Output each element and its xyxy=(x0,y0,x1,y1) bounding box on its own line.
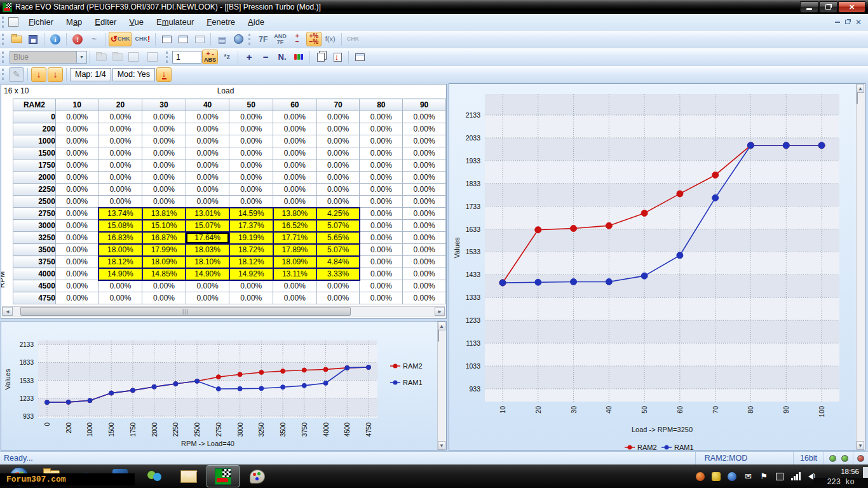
map-cell[interactable]: 5.65% xyxy=(316,232,360,244)
map-cell[interactable]: 17.37% xyxy=(229,220,273,232)
map-cell[interactable]: 0.00% xyxy=(360,111,403,123)
interpolate-button[interactable] xyxy=(291,50,306,64)
map-cell[interactable]: 0.00% xyxy=(229,172,273,184)
window-map-button[interactable] xyxy=(159,32,174,46)
map-cell[interactable]: 0.00% xyxy=(360,135,403,147)
map-cell[interactable]: 0.00% xyxy=(273,135,317,147)
rpm-row-header[interactable]: 4500 xyxy=(13,280,56,292)
map-cell[interactable]: 0.00% xyxy=(186,184,229,196)
rpm-row-header[interactable]: 3500 xyxy=(13,244,56,256)
map-cell[interactable]: 14.90% xyxy=(186,268,229,280)
toolbar-grip[interactable] xyxy=(166,51,169,63)
map-cell[interactable]: 19.19% xyxy=(229,232,273,244)
map-cell[interactable]: 0.00% xyxy=(273,196,317,208)
window-list-button[interactable] xyxy=(175,32,191,46)
save-button[interactable] xyxy=(25,32,41,46)
map-cell[interactable]: 0.00% xyxy=(142,184,186,196)
restore-button[interactable] xyxy=(819,1,837,13)
paint-button[interactable] xyxy=(241,465,274,487)
rpm-row-header[interactable]: 1000 xyxy=(13,135,56,147)
tray-devices-icon[interactable] xyxy=(775,471,785,482)
map-cell[interactable]: 13.01% xyxy=(186,208,229,220)
map-cell[interactable]: 0.00% xyxy=(186,123,229,135)
rpm-row-header[interactable]: 3250 xyxy=(13,232,56,244)
map-cell[interactable]: 0.00% xyxy=(98,111,142,123)
mdi-minimize-button[interactable] xyxy=(835,22,840,23)
map-cell[interactable]: 0.00% xyxy=(316,196,360,208)
map-cell[interactable]: 0.00% xyxy=(98,280,142,292)
map-cell[interactable]: 0.00% xyxy=(229,196,273,208)
map-cell[interactable]: 15.07% xyxy=(186,220,229,232)
map-cell[interactable]: 0.00% xyxy=(55,268,98,280)
sign-button[interactable]: *z xyxy=(219,50,234,64)
map-cell[interactable]: 0.00% xyxy=(186,159,229,172)
decrease-button[interactable]: − xyxy=(258,50,273,64)
map-cell[interactable]: 18.12% xyxy=(229,256,273,268)
cell-properties-button[interactable] xyxy=(352,50,367,64)
map-cell[interactable]: 16.87% xyxy=(142,232,186,244)
map-cell[interactable]: 0.00% xyxy=(229,280,273,292)
normalize-button[interactable]: N. xyxy=(275,50,290,64)
map-cell[interactable]: 0.00% xyxy=(360,292,403,304)
map-cell[interactable]: 0.00% xyxy=(403,244,446,256)
map-cell[interactable]: 0.00% xyxy=(360,220,403,232)
map-cell[interactable]: 0.00% xyxy=(186,135,229,147)
map-cell[interactable]: 0.00% xyxy=(55,256,98,268)
toolbar-grip[interactable] xyxy=(248,34,252,45)
export-mod-button[interactable]: ↓ xyxy=(156,67,172,82)
map-cell[interactable]: 0.00% xyxy=(55,244,98,256)
paste-import-button[interactable] xyxy=(330,50,345,64)
map-cell[interactable]: 18.00% xyxy=(98,244,142,256)
map-cell[interactable]: 0.00% xyxy=(229,123,273,135)
map-cell[interactable]: 18.09% xyxy=(273,256,317,268)
map-cell[interactable]: 0.00% xyxy=(142,172,186,184)
map-cell[interactable]: 0.00% xyxy=(98,147,142,159)
table-remove-button[interactable] xyxy=(146,50,163,64)
map-cell[interactable]: 0.00% xyxy=(55,292,98,304)
map-cell[interactable]: 0.00% xyxy=(186,111,229,123)
step-value-input[interactable]: 1 xyxy=(172,51,201,64)
map-prev-button[interactable] xyxy=(93,50,109,64)
load-col-header[interactable]: 80 xyxy=(360,99,403,111)
map-cell[interactable]: 18.09% xyxy=(142,256,186,268)
map-cell[interactable]: 0.00% xyxy=(316,111,360,123)
connect-button[interactable]: ~ xyxy=(86,32,102,46)
map-cell[interactable]: 4.25% xyxy=(316,208,360,220)
vertical-scrollbar[interactable]: ▲ ▼ xyxy=(856,84,865,450)
map-cell[interactable]: 14.85% xyxy=(142,268,186,280)
map-cell[interactable]: 13.11% xyxy=(273,268,317,280)
map-cell[interactable]: 0.00% xyxy=(403,172,446,184)
map-cell[interactable]: 0.00% xyxy=(360,123,403,135)
map-cell[interactable]: 0.00% xyxy=(360,184,403,196)
horizontal-scrollbar[interactable]: ◄ ||| ► xyxy=(2,306,445,316)
map-cell[interactable]: 0.00% xyxy=(142,111,186,123)
load-col-header[interactable]: 60 xyxy=(273,99,317,111)
map-cell[interactable]: 0.00% xyxy=(316,159,360,172)
map-cell[interactable]: 0.00% xyxy=(316,147,360,159)
map-cell[interactable]: 0.00% xyxy=(142,292,186,304)
info-button[interactable]: i xyxy=(48,32,63,46)
map-cell[interactable]: 0.00% xyxy=(273,111,317,123)
map-cell[interactable]: 0.00% xyxy=(273,159,317,172)
scroll-left-icon[interactable]: ◄ xyxy=(3,307,13,316)
rpm-row-header[interactable]: 200 xyxy=(13,123,56,135)
map-cell[interactable]: 0.00% xyxy=(316,123,360,135)
map-cell[interactable]: 0.00% xyxy=(142,159,186,172)
tray-flag-icon[interactable]: ⚑ xyxy=(759,471,769,482)
map-cell[interactable]: 0.00% xyxy=(403,268,446,280)
hex-7f-button[interactable]: 7F xyxy=(255,32,271,46)
stop-button[interactable]: ! xyxy=(70,32,85,46)
chevron-down-icon[interactable]: ▾ xyxy=(76,51,86,63)
messenger-button[interactable] xyxy=(138,465,171,487)
map-cell[interactable]: 0.00% xyxy=(55,220,98,232)
map-next-button[interactable] xyxy=(110,50,125,64)
map-cell[interactable]: 0.00% xyxy=(55,184,98,196)
map-cell[interactable]: 18.10% xyxy=(186,256,229,268)
map-cell[interactable]: 0.00% xyxy=(229,292,273,304)
comment-button[interactable] xyxy=(192,32,207,46)
load-col-header[interactable]: 40 xyxy=(186,99,229,111)
map-cell[interactable]: 0.00% xyxy=(142,196,186,208)
scrollbar-thumb[interactable] xyxy=(438,330,439,342)
map-cell[interactable]: 0.00% xyxy=(316,172,360,184)
map-cell[interactable]: 0.00% xyxy=(98,184,142,196)
